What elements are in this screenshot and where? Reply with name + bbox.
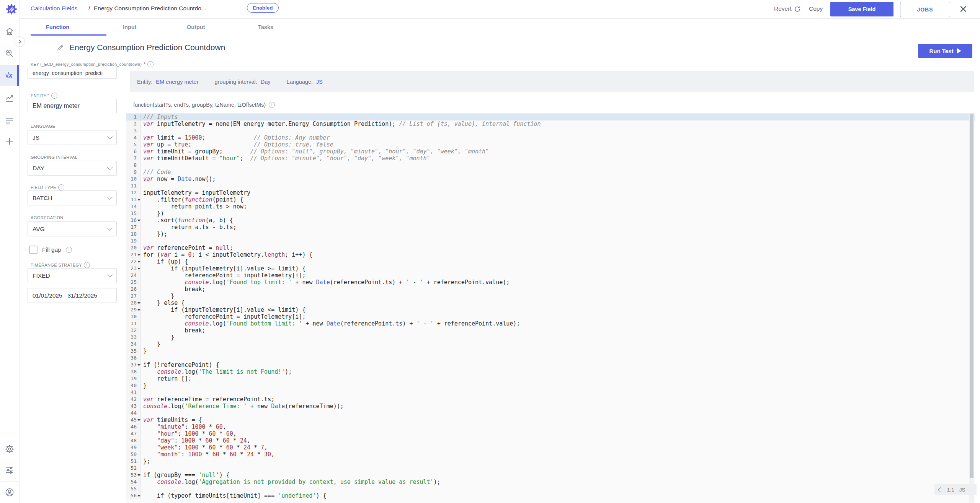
calculation-fields-icon[interactable]: √x: [0, 65, 19, 86]
code-line[interactable]: 21for (var i = 0; i < inputTelemetry.len…: [126, 251, 975, 258]
account-profile-icon[interactable]: [0, 483, 19, 501]
entities-list-icon[interactable]: [0, 112, 19, 130]
code-line[interactable]: 22 if (up) {: [126, 258, 975, 265]
fold-arrow-icon[interactable]: [137, 199, 140, 201]
line-number[interactable]: 5: [126, 141, 141, 148]
line-number[interactable]: 11: [126, 182, 141, 189]
line-number[interactable]: 55: [126, 485, 141, 492]
info-icon[interactable]: i: [84, 262, 90, 268]
line-number[interactable]: 6: [126, 148, 141, 155]
line-number[interactable]: 50: [126, 451, 141, 458]
line-number[interactable]: 10: [126, 176, 141, 182]
code-line[interactable]: 39 return [];: [126, 375, 975, 382]
code-line[interactable]: 15 }): [126, 210, 975, 217]
code-line[interactable]: 23 if (inputTelemetry[i].value >= limit)…: [126, 265, 975, 272]
sidebar-expand-chevron[interactable]: [15, 36, 25, 47]
timerange-strategy-select[interactable]: FIXED: [28, 268, 117, 283]
line-number[interactable]: 32: [126, 327, 141, 334]
close-icon[interactable]: [959, 5, 968, 13]
code-line[interactable]: 17 return a.ts - b.ts;: [126, 224, 975, 231]
fold-arrow-icon[interactable]: [137, 474, 140, 476]
code-line[interactable]: 50 "month": 1000 * 60 * 60 * 24 * 30,: [126, 451, 975, 458]
code-line[interactable]: 51};: [126, 458, 975, 465]
code-line[interactable]: 18 });: [126, 231, 975, 238]
line-number[interactable]: 29: [126, 306, 141, 313]
code-line[interactable]: 36: [126, 355, 975, 361]
chevron-left-icon[interactable]: [938, 487, 943, 492]
code-line[interactable]: 25 console.log('Found top limit: ' + new…: [126, 279, 975, 286]
breadcrumb-root-link[interactable]: Calculation Fields: [31, 5, 77, 12]
fold-arrow-icon[interactable]: [137, 309, 140, 311]
code-line[interactable]: 49 "week": 1000 * 60 * 60 * 24 * 7,: [126, 444, 975, 451]
code-line[interactable]: 1/// Inputs: [126, 114, 975, 120]
line-number[interactable]: 38: [126, 368, 141, 375]
line-number[interactable]: 24: [126, 272, 141, 279]
revert-button[interactable]: Revert: [774, 5, 800, 12]
line-number[interactable]: 39: [126, 375, 141, 382]
code-line[interactable]: 13 .filter(function(point) {: [126, 196, 975, 203]
code-line[interactable]: 52: [126, 465, 975, 472]
line-number[interactable]: 30: [126, 313, 141, 320]
code-line[interactable]: 47 "hour": 1000 * 60 * 60,: [126, 430, 975, 437]
code-line[interactable]: 3: [126, 127, 975, 134]
line-number[interactable]: 43: [126, 403, 141, 410]
info-icon[interactable]: i: [147, 61, 154, 67]
tune-sliders-icon[interactable]: [0, 461, 19, 479]
code-line[interactable]: 29 if (inputTelemetry[i].value <= limit)…: [126, 306, 975, 313]
code-line[interactable]: 33 }: [126, 334, 975, 341]
line-number[interactable]: 1: [126, 114, 141, 120]
editor-scrollbar-thumb[interactable]: [970, 114, 973, 478]
line-number[interactable]: 9: [126, 169, 141, 176]
code-line[interactable]: 16 .sort(function(a, b) {: [126, 217, 975, 224]
line-number[interactable]: 19: [126, 238, 141, 244]
line-number[interactable]: 37: [126, 361, 141, 368]
line-number[interactable]: 25: [126, 279, 141, 286]
code-line[interactable]: 38 console.log('The limit is not Found!'…: [126, 368, 975, 375]
code-line[interactable]: 5var up = true; // Options: true, false: [126, 141, 975, 148]
line-number[interactable]: 54: [126, 479, 141, 485]
code-line[interactable]: 27 }: [126, 293, 975, 300]
code-line[interactable]: 2var inputTelemetry = none(EM energy met…: [126, 120, 975, 127]
fullscreen-expand-icon[interactable]: [955, 115, 960, 120]
code-line[interactable]: 35}: [126, 348, 975, 355]
code-line[interactable]: 9/// Code: [126, 169, 975, 176]
line-number[interactable]: 40: [126, 382, 141, 389]
save-field-button[interactable]: Save Field: [830, 2, 893, 16]
info-icon[interactable]: i: [51, 93, 57, 99]
line-number[interactable]: 44: [126, 410, 141, 417]
line-number[interactable]: 48: [126, 437, 141, 444]
editor-scrollbar-track[interactable]: [969, 114, 974, 503]
fold-arrow-icon[interactable]: [137, 495, 140, 497]
line-number[interactable]: 13: [126, 196, 141, 203]
tab-tasks[interactable]: Tasks: [258, 24, 273, 30]
line-number[interactable]: 15: [126, 210, 141, 217]
line-number[interactable]: 21: [126, 251, 141, 258]
field-type-select[interactable]: BATCH: [28, 190, 117, 205]
run-test-button[interactable]: Run Test: [918, 44, 972, 58]
tab-input[interactable]: Input: [123, 24, 136, 30]
line-number[interactable]: 18: [126, 231, 141, 238]
line-number[interactable]: 53: [126, 472, 141, 479]
code-line[interactable]: 40}: [126, 382, 975, 389]
line-number[interactable]: 49: [126, 444, 141, 451]
trending-chart-icon[interactable]: [0, 89, 19, 107]
code-line[interactable]: 20var referencePoint = null;: [126, 244, 975, 251]
line-number[interactable]: 34: [126, 341, 141, 348]
code-line[interactable]: 44: [126, 410, 975, 417]
line-number[interactable]: 2: [126, 120, 141, 127]
line-number[interactable]: 28: [126, 300, 141, 306]
line-number[interactable]: 4: [126, 134, 141, 141]
code-line[interactable]: 46 "minute": 1000 * 60,: [126, 423, 975, 430]
line-number[interactable]: 17: [126, 224, 141, 231]
key-input[interactable]: energy_consumption_predicti: [28, 67, 117, 79]
code-line[interactable]: 41: [126, 389, 975, 396]
code-line[interactable]: 30 referencePoint = inputTelemetry[i];: [126, 313, 975, 320]
line-number[interactable]: 33: [126, 334, 141, 341]
fill-gap-checkbox[interactable]: [29, 246, 38, 254]
entity-input[interactable]: EM energy meter: [28, 99, 117, 113]
line-number[interactable]: 31: [126, 320, 141, 327]
line-number[interactable]: 27: [126, 293, 141, 300]
code-line[interactable]: 8: [126, 162, 975, 169]
code-line[interactable]: 11: [126, 182, 975, 189]
context-entity-link[interactable]: EM energy meter: [156, 79, 198, 85]
